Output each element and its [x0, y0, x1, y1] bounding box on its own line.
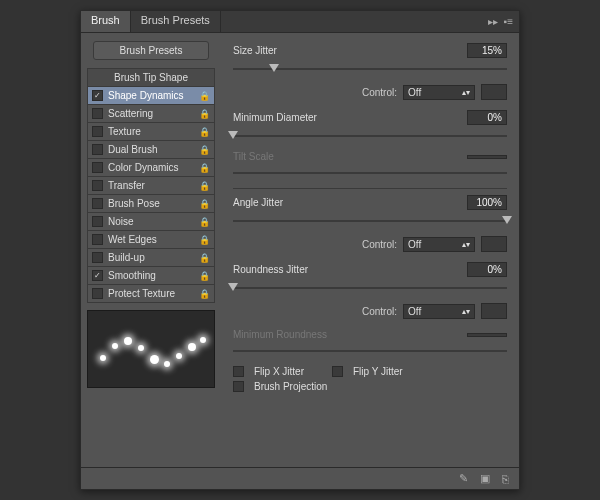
settings-content: Size Jitter 15% Control: Off▴▾ Minimum D… [221, 33, 519, 467]
tab-brush-presets[interactable]: Brush Presets [131, 11, 221, 32]
lock-icon[interactable]: 🔒 [199, 271, 210, 281]
lock-icon[interactable]: 🔒 [199, 217, 210, 227]
menu-icon[interactable]: ▪≡ [504, 16, 513, 27]
checkbox-icon [92, 252, 103, 263]
sidebar-item-dual-brush[interactable]: Dual Brush🔒 [87, 140, 215, 159]
checkbox-icon: ✓ [92, 90, 103, 101]
lock-icon[interactable]: 🔒 [199, 289, 210, 299]
lock-icon[interactable]: 🔒 [199, 253, 210, 263]
lock-icon[interactable]: 🔒 [199, 181, 210, 191]
min-roundness-label: Minimum Roundness [233, 329, 467, 340]
sidebar-item-label: Wet Edges [108, 234, 157, 245]
sidebar-item-label: Texture [108, 126, 141, 137]
sidebar-item-protect-texture[interactable]: Protect Texture🔒 [87, 284, 215, 303]
flip-x-jitter[interactable]: Flip X Jitter [233, 366, 304, 377]
collapse-icon[interactable]: ▸▸ [488, 16, 498, 27]
roundness-jitter-slider[interactable] [233, 281, 507, 295]
roundness-control-select[interactable]: Off▴▾ [403, 304, 475, 319]
sidebar-item-label: Dual Brush [108, 144, 157, 155]
page-icon[interactable]: ⎘ [502, 473, 509, 485]
checkbox-icon [332, 366, 343, 377]
control-label-2: Control: [362, 239, 397, 250]
lock-icon[interactable]: 🔒 [199, 235, 210, 245]
size-jitter-slider[interactable] [233, 62, 507, 76]
tilt-scale-slider [233, 166, 507, 180]
angle-control-select[interactable]: Off▴▾ [403, 237, 475, 252]
min-roundness-slider [233, 344, 507, 358]
angle-jitter-slider[interactable] [233, 214, 507, 228]
tab-bar: Brush Brush Presets ▸▸ ▪≡ [81, 11, 519, 33]
sidebar-item-wet-edges[interactable]: Wet Edges🔒 [87, 230, 215, 249]
angle-jitter-label: Angle Jitter [233, 197, 467, 208]
brush-preview [87, 310, 215, 388]
checkbox-icon: ✓ [92, 270, 103, 281]
sidebar-item-label: Scattering [108, 108, 153, 119]
new-preset-icon[interactable]: ▣ [480, 472, 490, 485]
panel-footer: ✎ ▣ ⎘ [81, 467, 519, 489]
sidebar-item-label: Brush Pose [108, 198, 160, 209]
min-diameter-label: Minimum Diameter [233, 112, 467, 123]
checkbox-icon [92, 180, 103, 191]
sidebar-item-label: Build-up [108, 252, 145, 263]
size-jitter-label: Size Jitter [233, 45, 467, 56]
tilt-scale-value [467, 155, 507, 159]
toggle-brush-icon[interactable]: ✎ [459, 472, 468, 485]
lock-icon[interactable]: 🔒 [199, 145, 210, 155]
sidebar-item-noise[interactable]: Noise🔒 [87, 212, 215, 231]
lock-icon[interactable]: 🔒 [199, 127, 210, 137]
checkbox-icon [92, 144, 103, 155]
brush-panel: Brush Brush Presets ▸▸ ▪≡ Brush Presets … [80, 10, 520, 490]
brush-projection[interactable]: Brush Projection [233, 381, 507, 392]
sidebar-item-label: Shape Dynamics [108, 90, 184, 101]
flip-y-jitter[interactable]: Flip Y Jitter [332, 366, 403, 377]
sidebar-item-label: Transfer [108, 180, 145, 191]
checkbox-icon [233, 366, 244, 377]
tilt-scale-label: Tilt Scale [233, 151, 467, 162]
min-roundness-value [467, 333, 507, 337]
chevron-updown-icon: ▴▾ [462, 307, 470, 316]
checkbox-icon [92, 216, 103, 227]
sidebar-item-tip-shape[interactable]: Brush Tip Shape [87, 68, 215, 87]
checkbox-icon [92, 234, 103, 245]
sidebar-item-label: Color Dynamics [108, 162, 179, 173]
brush-presets-button[interactable]: Brush Presets [93, 41, 209, 60]
warning-box-3 [481, 303, 507, 319]
sidebar-item-smoothing[interactable]: ✓Smoothing🔒 [87, 266, 215, 285]
sidebar-item-scattering[interactable]: Scattering🔒 [87, 104, 215, 123]
tab-brush[interactable]: Brush [81, 11, 131, 32]
sidebar-item-build-up[interactable]: Build-up🔒 [87, 248, 215, 267]
checkbox-icon [92, 198, 103, 209]
checkbox-icon [92, 126, 103, 137]
sidebar-item-label: Protect Texture [108, 288, 175, 299]
roundness-jitter-value[interactable]: 0% [467, 262, 507, 277]
lock-icon[interactable]: 🔒 [199, 91, 210, 101]
sidebar-item-transfer[interactable]: Transfer🔒 [87, 176, 215, 195]
control-label-3: Control: [362, 306, 397, 317]
sidebar-item-color-dynamics[interactable]: Color Dynamics🔒 [87, 158, 215, 177]
lock-icon[interactable]: 🔒 [199, 109, 210, 119]
chevron-updown-icon: ▴▾ [462, 88, 470, 97]
chevron-updown-icon: ▴▾ [462, 240, 470, 249]
roundness-jitter-label: Roundness Jitter [233, 264, 467, 275]
min-diameter-value[interactable]: 0% [467, 110, 507, 125]
checkbox-icon [92, 288, 103, 299]
warning-box [481, 84, 507, 100]
checkbox-icon [92, 108, 103, 119]
warning-box-2 [481, 236, 507, 252]
size-jitter-value[interactable]: 15% [467, 43, 507, 58]
sidebar-item-brush-pose[interactable]: Brush Pose🔒 [87, 194, 215, 213]
lock-icon[interactable]: 🔒 [199, 199, 210, 209]
checkbox-icon [92, 162, 103, 173]
sidebar-item-texture[interactable]: Texture🔒 [87, 122, 215, 141]
sidebar: Brush Presets Brush Tip Shape ✓Shape Dyn… [81, 33, 221, 467]
size-control-select[interactable]: Off▴▾ [403, 85, 475, 100]
min-diameter-slider[interactable] [233, 129, 507, 143]
checkbox-icon [233, 381, 244, 392]
lock-icon[interactable]: 🔒 [199, 163, 210, 173]
sidebar-item-shape-dynamics[interactable]: ✓Shape Dynamics🔒 [87, 86, 215, 105]
sidebar-item-label: Noise [108, 216, 134, 227]
angle-jitter-value[interactable]: 100% [467, 195, 507, 210]
control-label: Control: [362, 87, 397, 98]
sidebar-item-label: Smoothing [108, 270, 156, 281]
